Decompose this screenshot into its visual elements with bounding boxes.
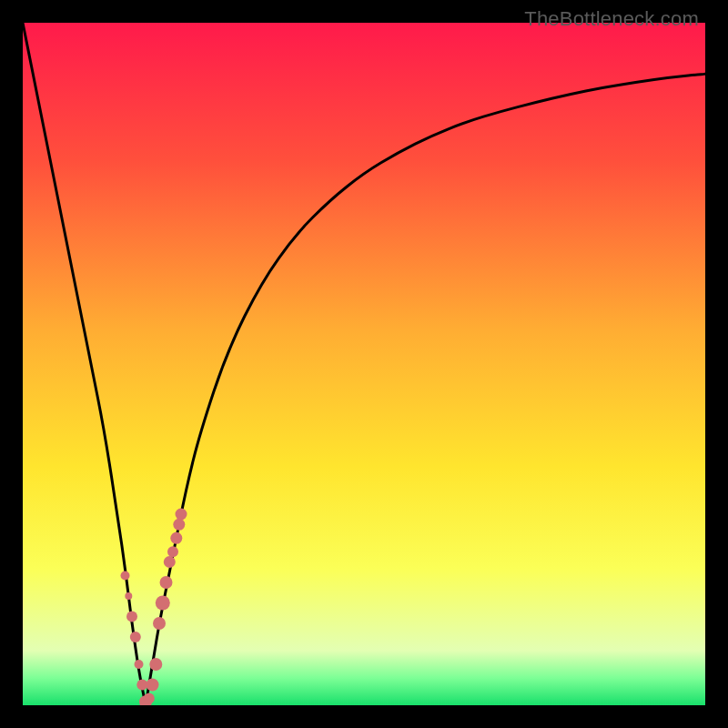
watermark-text: TheBottleneck.com — [524, 7, 699, 31]
marker-dot — [170, 532, 182, 544]
marker-dot — [176, 509, 187, 521]
marker-dot — [144, 693, 155, 704]
marker-dot — [167, 546, 178, 557]
marker-dot — [173, 519, 185, 531]
marker-dot — [125, 592, 132, 600]
marker-dot — [135, 660, 144, 669]
marker-dot — [160, 576, 173, 589]
marker-dot — [130, 632, 141, 642]
left-branch-curve — [23, 23, 146, 705]
marker-dot — [164, 556, 176, 568]
marker-dot — [149, 658, 162, 671]
marker-dot — [153, 617, 166, 630]
marker-dot — [126, 612, 137, 622]
right-branch-curve — [146, 74, 705, 705]
curves-svg — [23, 23, 705, 705]
marker-dot — [147, 679, 159, 692]
marker-dot — [121, 571, 130, 581]
chart-frame: TheBottleneck.com — [0, 0, 728, 728]
marker-dot — [156, 596, 170, 611]
plot-area — [23, 23, 705, 705]
